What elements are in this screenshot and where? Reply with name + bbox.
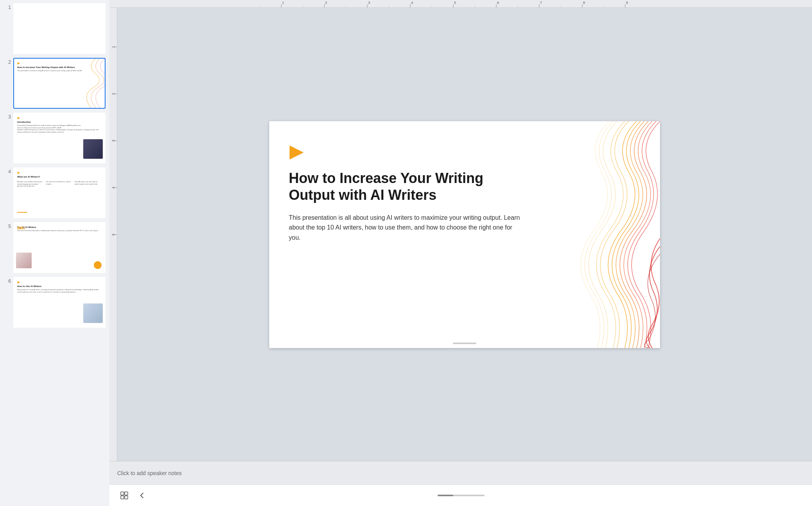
main-area: 1 2 3 4 5 6 7 8 (109, 0, 812, 506)
grid-view-icon (120, 491, 129, 500)
thumb-play-icon-6 (17, 281, 20, 284)
svg-text:4: 4 (111, 187, 115, 188)
svg-text:4: 4 (411, 1, 413, 5)
thumb-body-6: Best practices for using AI writers, inc… (17, 289, 102, 293)
thumb-heading-4: What are AI Writers? (17, 176, 102, 178)
svg-text:5: 5 (111, 233, 115, 235)
thumb-line-5b (17, 228, 25, 229)
slide-number-3: 3 (4, 113, 11, 120)
slide-thumb-box-6[interactable]: How to Use AI Writers Best practices for… (13, 277, 106, 328)
slide-number-2: 2 (4, 58, 11, 65)
slide-canvas[interactable]: How to Increase Your Writing Output with… (269, 121, 660, 348)
play-triangle-icon (289, 145, 304, 160)
slide-number-6: 6 (4, 277, 11, 284)
ruler-marks-top: 1 2 3 4 5 6 7 8 (238, 0, 812, 7)
thumb-line-5a (17, 227, 23, 228)
svg-marker-3 (18, 281, 20, 284)
svg-rect-42 (121, 492, 124, 495)
svg-text:3: 3 (368, 1, 370, 5)
svg-marker-41 (290, 145, 304, 160)
thumb-play-icon-3 (17, 117, 20, 120)
slide-thumb-inner-4: What are AI Writers? AI writers use mach… (14, 168, 105, 217)
progress-fill (438, 495, 453, 496)
svg-marker-0 (18, 62, 20, 65)
slide-thumbnail-2[interactable]: 2 How to Increase Your Writing Output wi… (4, 58, 106, 109)
svg-text:5: 5 (454, 1, 456, 5)
ruler-top: 1 2 3 4 5 6 7 8 (109, 0, 812, 8)
slide-thumbnail-5[interactable]: 5 Top 10 AI Writers Overview of the top … (4, 222, 106, 273)
svg-marker-1 (18, 117, 20, 119)
bottom-bar (109, 484, 812, 506)
thumb-col1-4: AI writers use machine learning and natu… (17, 181, 44, 187)
slide-number-4: 4 (4, 167, 11, 174)
svg-text:8: 8 (583, 1, 585, 5)
svg-text:7: 7 (540, 1, 542, 5)
svg-rect-45 (125, 496, 128, 499)
svg-text:1: 1 (111, 46, 115, 48)
slide-main-title: How to Increase Your Writing Output with… (289, 170, 523, 203)
svg-rect-43 (125, 492, 128, 495)
slide-thumbnail-3[interactable]: 3 Introduction Presented by Samantha Bro… (4, 113, 106, 163)
progress-bar (438, 495, 485, 496)
svg-rect-44 (121, 496, 124, 499)
slide-thumb-inner-3: Introduction Presented by Samantha Brode… (14, 113, 105, 163)
svg-text:3: 3 (111, 140, 115, 142)
bottom-left-controls (117, 488, 149, 502)
svg-text:9: 9 (626, 1, 628, 5)
thumb-cloud-image (83, 303, 103, 323)
slide-canvas-wrapper[interactable]: How to Increase Your Writing Output with… (117, 8, 812, 461)
svg-text:2: 2 (111, 93, 115, 95)
back-chevron-button[interactable] (135, 488, 149, 502)
slide-thumb-box-2[interactable]: How to Increase Your Writing Output with… (13, 58, 106, 109)
thumb-heading-5: Top 10 AI Writers (17, 226, 102, 229)
speaker-notes[interactable]: Click to add speaker notes (109, 461, 812, 484)
slide-thumb-inner-6: How to Use AI Writers Best practices for… (14, 278, 105, 327)
thumb-play-icon (17, 62, 20, 65)
canvas-area: 1 2 3 4 5 (109, 8, 812, 461)
wave-decoration (512, 121, 660, 348)
slide-thumbnail-1[interactable]: 1 (4, 3, 106, 54)
slide-thumb-box-4[interactable]: What are AI Writers? AI writers use mach… (13, 167, 106, 218)
slide-thumb-box-5[interactable]: Top 10 AI Writers Overview of the top 10… (13, 222, 106, 273)
thumb-flower-image (16, 253, 32, 268)
thumb-wave-2 (59, 59, 105, 108)
slide-thumb-inner-1 (14, 4, 105, 53)
svg-marker-2 (18, 172, 20, 174)
slide-number-5: 5 (4, 222, 11, 229)
thumb-body-3: Presented by Samantha Brodeur, an AI inn… (17, 124, 102, 133)
slide-thumbnail-6[interactable]: 6 How to Use AI Writers Best practices f… (4, 277, 106, 328)
slide-main-content: How to Increase Your Writing Output with… (289, 145, 523, 243)
thumb-col3-4: Some AI writers can also write for searc… (75, 181, 102, 187)
progress-bar-area (438, 495, 485, 496)
thumb-heading-3: Introduction (17, 121, 102, 124)
slide-number-1: 1 (4, 3, 11, 10)
thumb-body-5: Overview of the top 10 AI writers, inclu… (17, 230, 102, 232)
slide-panel: 1 2 How to Increase Your Writing Output … (0, 0, 109, 506)
thumb-col2-4: Can save time and effort for content cre… (46, 181, 73, 187)
top-ruler-svg: 1 2 3 4 5 6 7 8 (238, 0, 812, 7)
thumb-play-icon-4 (17, 171, 20, 174)
speaker-notes-placeholder: Click to add speaker notes (117, 470, 182, 476)
side-ruler-svg: 1 2 3 4 5 (109, 8, 117, 321)
page-indicator (453, 343, 476, 344)
slide-main-subtitle: This presentation is all about using AI … (289, 213, 523, 243)
side-ruler: 1 2 3 4 5 (109, 8, 117, 461)
slide-thumb-inner-2: How to Increase Your Writing Output with… (14, 59, 105, 108)
slide-thumbnail-4[interactable]: 4 What are AI Writers? AI writers use ma… (4, 167, 106, 218)
svg-text:6: 6 (497, 1, 499, 5)
slide-thumb-inner-5: Top 10 AI Writers Overview of the top 10… (14, 223, 105, 272)
thumb-circle-5 (94, 261, 102, 269)
chevron-left-icon (139, 492, 146, 499)
grid-view-button[interactable] (117, 488, 131, 502)
svg-text:1: 1 (282, 1, 284, 5)
thumb-robot-image (83, 139, 103, 159)
slide-thumb-box-3[interactable]: Introduction Presented by Samantha Brode… (13, 113, 106, 163)
thumb-accent-line-4 (17, 212, 27, 213)
slide-thumb-box-1[interactable] (13, 3, 106, 54)
svg-text:2: 2 (325, 1, 327, 5)
thumb-heading-6: How to Use AI Writers (17, 285, 102, 288)
